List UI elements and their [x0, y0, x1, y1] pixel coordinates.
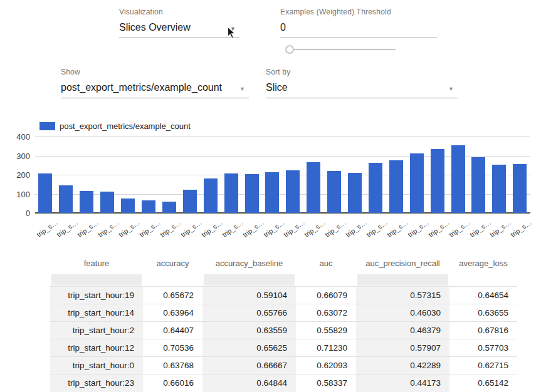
table-cell: 0.71230: [296, 339, 356, 357]
bar[interactable]: [327, 171, 341, 213]
bar[interactable]: [224, 173, 238, 213]
bar[interactable]: [513, 164, 527, 213]
chart-plot-area: [35, 137, 530, 213]
bar[interactable]: [451, 145, 465, 213]
bar[interactable]: [389, 160, 403, 213]
x-tick-label: trip_s…: [427, 219, 451, 239]
table-cell: 0.57907: [356, 339, 449, 357]
table-cell: 0.64844: [202, 374, 296, 392]
show-label: Show: [61, 68, 249, 76]
table-cell: trip_start_hour:14: [50, 304, 143, 322]
table-row[interactable]: trip_start_hour:190.656720.591040.660790…: [50, 287, 517, 304]
table-cell: 0.46030: [356, 304, 449, 322]
table-cell: 0.63768: [143, 357, 202, 374]
x-tick-label: trip_s…: [76, 219, 100, 239]
column-header[interactable]: accuracy: [143, 252, 202, 274]
bar[interactable]: [142, 200, 155, 213]
table-cell: 0.46379: [356, 322, 449, 339]
visualization-dropdown[interactable]: Slices Overview ▼: [119, 21, 239, 38]
table-cell: 0.65625: [202, 339, 296, 357]
table-row[interactable]: trip_start_hour:140.639640.657660.630720…: [50, 304, 517, 322]
table-cell: trip_start_hour:19: [50, 287, 143, 304]
table-cell: 0.55829: [296, 322, 356, 339]
x-tick-label: trip_s…: [117, 219, 141, 239]
x-tick-label: trip_s…: [159, 219, 182, 239]
bar[interactable]: [471, 157, 485, 213]
table-cell: 0.67816: [449, 322, 517, 339]
filter-cell: [144, 274, 201, 286]
metrics-table: featureaccuracyaccuracy_baselineaucauc_p…: [50, 252, 517, 392]
bar[interactable]: [183, 190, 197, 213]
show-field: Show post_export_metrics/example_count ▼: [61, 68, 249, 98]
table-cell: trip_start_hour:12: [50, 339, 143, 357]
x-tick-label: trip_s…: [468, 219, 492, 239]
x-tick-label: trip_s…: [221, 219, 244, 239]
sort-by-dropdown[interactable]: Slice ▼: [266, 81, 458, 98]
bar[interactable]: [59, 185, 73, 213]
x-tick-label: trip_s…: [283, 219, 307, 239]
table-row[interactable]: trip_start_hour:120.705360.656250.712300…: [50, 339, 517, 357]
show-dropdown[interactable]: post_export_metrics/example_count ▼: [61, 81, 249, 98]
bar[interactable]: [121, 199, 135, 213]
slider-track[interactable]: [290, 49, 396, 50]
bar[interactable]: [431, 149, 444, 213]
bar[interactable]: [307, 162, 320, 213]
table-cell: 0.58337: [296, 374, 356, 392]
table-cell: trip_start_hour:0: [50, 357, 143, 374]
x-tick-label: trip_s…: [448, 219, 471, 239]
table-cell: 0.64654: [449, 287, 517, 304]
dropdown-arrow-icon[interactable]: ▼: [448, 86, 454, 92]
table-cell: 0.66016: [143, 374, 202, 392]
mouse-cursor-icon: [227, 26, 236, 39]
bar[interactable]: [38, 173, 52, 213]
x-tick-label: trip_s…: [97, 219, 121, 239]
column-header[interactable]: auc: [296, 252, 356, 274]
threshold-label: Examples (Weighted) Threshold: [280, 8, 437, 16]
column-header[interactable]: average_loss: [449, 252, 517, 274]
bar[interactable]: [348, 173, 362, 213]
table-cell: 0.65142: [449, 374, 517, 392]
sort-by-label: Sort by: [266, 68, 458, 76]
x-tick-label: trip_s…: [344, 219, 368, 239]
bar[interactable]: [492, 165, 506, 213]
y-tick-label: 300: [9, 152, 30, 161]
x-axis-labels: trip_s…trip_s…trip_s…trip_s…trip_s…trip_…: [35, 215, 530, 242]
table-row[interactable]: trip_start_hour:230.660160.648440.583370…: [50, 374, 517, 392]
x-tick-label: trip_s…: [323, 219, 347, 239]
column-header[interactable]: accuracy_baseline: [202, 252, 296, 274]
bar[interactable]: [410, 153, 424, 213]
table-row[interactable]: trip_start_hour:00.637680.666670.620930.…: [50, 357, 517, 374]
table-cell: trip_start_hour:23: [50, 374, 143, 392]
x-tick-label: trip_s…: [365, 219, 389, 239]
bar[interactable]: [100, 192, 114, 213]
table-cell: 0.62093: [296, 357, 356, 374]
visualization-field: Visualization Slices Overview ▼: [119, 8, 239, 38]
x-tick-label: trip_s…: [200, 219, 224, 239]
bar[interactable]: [204, 178, 218, 214]
threshold-slider[interactable]: [285, 44, 398, 55]
bar[interactable]: [369, 163, 382, 213]
threshold-input[interactable]: [280, 21, 437, 38]
dropdown-arrow-icon[interactable]: ▼: [239, 86, 245, 92]
example-count-bar-chart: post_export_metrics/example_count 010020…: [0, 116, 541, 242]
filter-cell: [357, 274, 448, 286]
table-cell: 0.59104: [202, 287, 296, 304]
x-tick-label: trip_s…: [179, 219, 203, 239]
x-tick-label: trip_s…: [262, 219, 286, 239]
x-tick-label: trip_s…: [510, 219, 533, 239]
bar[interactable]: [265, 172, 279, 213]
slider-thumb[interactable]: [285, 45, 294, 54]
column-header[interactable]: auc_precision_recall: [356, 252, 449, 274]
bar[interactable]: [162, 202, 176, 213]
bar[interactable]: [245, 174, 259, 213]
table-cell: 0.65766: [202, 304, 296, 322]
table-cell: 0.57315: [356, 287, 449, 304]
bar[interactable]: [286, 170, 300, 213]
bar[interactable]: [80, 191, 93, 213]
table-cell: 0.63559: [202, 322, 296, 339]
column-header[interactable]: feature: [50, 252, 143, 274]
table-row[interactable]: trip_start_hour:20.644070.635590.558290.…: [50, 322, 517, 339]
visualization-label: Visualization: [119, 8, 239, 16]
table-cell: 0.57703: [449, 339, 517, 357]
sort-by-field: Sort by Slice ▼: [266, 68, 458, 98]
